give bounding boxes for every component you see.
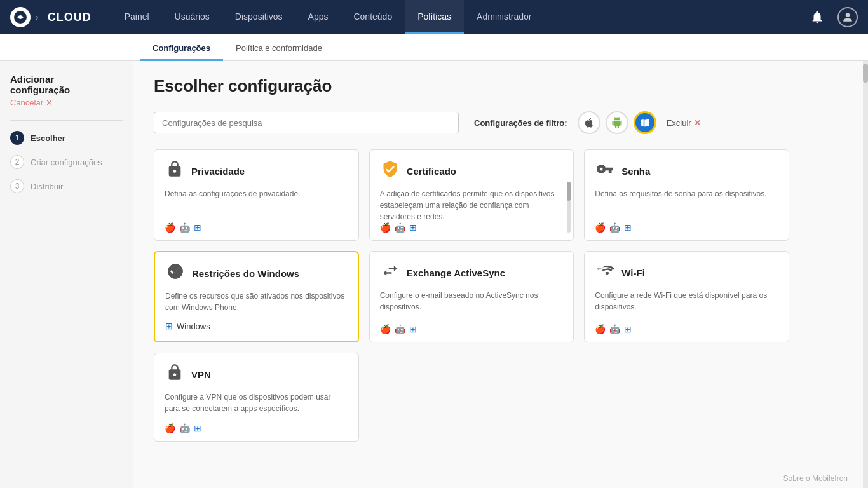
windows-label-row: ⊞ Windows xyxy=(165,321,348,331)
apple-platform-icon: 🍎 xyxy=(595,324,606,334)
wifi-desc: Configure a rede Wi-Fi que está disponív… xyxy=(595,290,778,313)
certificado-scroll xyxy=(567,182,571,233)
apple-platform-icon: 🍎 xyxy=(165,222,175,233)
notification-bell[interactable] xyxy=(807,7,827,27)
certificado-desc: A adição de certificados permite que os … xyxy=(380,188,564,222)
windows-platform-icon: ⊞ xyxy=(409,222,417,233)
nav-apps[interactable]: Apps xyxy=(295,0,341,34)
sidebar-title: Adicionar configuração xyxy=(10,74,123,95)
wifi-icon xyxy=(595,262,615,283)
main-navigation: Painel Usuários Dispositivos Apps Conteú… xyxy=(112,0,807,34)
vpn-platforms: 🍎 🤖 ⊞ xyxy=(165,423,201,433)
exchange-title: Exchange ActiveSync xyxy=(407,268,505,278)
card-certificado[interactable]: Certificado A adição de certificados per… xyxy=(369,149,574,241)
page-title: Escolher configuração xyxy=(154,76,843,96)
card-senha[interactable]: Senha Defina os requisitos de senha para… xyxy=(584,149,789,241)
step-1-number: 1 xyxy=(10,131,24,145)
user-avatar[interactable] xyxy=(837,7,858,27)
windows-platform-icon: ⊞ xyxy=(624,222,632,233)
senha-platforms: 🍎 🤖 ⊞ xyxy=(595,222,632,233)
wifi-platforms: 🍎 🤖 ⊞ xyxy=(595,324,632,334)
exclude-button[interactable]: Excluir ✕ xyxy=(667,118,701,128)
nav-politicas[interactable]: Políticas xyxy=(405,0,464,34)
exchange-desc: Configure o e-mail baseado no ActiveSync… xyxy=(380,290,564,313)
scrollbar-thumb[interactable] xyxy=(863,64,868,83)
about-mobileiron-link[interactable]: Sobre o MobileIron xyxy=(783,474,848,483)
restricoes-title: Restrições do Windows xyxy=(192,268,299,279)
vpn-title: VPN xyxy=(191,369,211,380)
card-privacidade-header: Privacidade xyxy=(165,160,348,182)
scrollbar-track[interactable] xyxy=(863,61,868,488)
senha-title: Senha xyxy=(621,166,650,177)
card-wifi[interactable]: Wi-Fi Configure a rede Wi-Fi que está di… xyxy=(584,251,789,342)
android-platform-icon: 🤖 xyxy=(395,222,405,233)
step-2-criar[interactable]: 2 Criar configurações xyxy=(10,155,123,169)
exchange-platforms: 🍎 🤖 ⊞ xyxy=(380,324,417,334)
card-privacidade[interactable]: Privacidade Defina as configurações de p… xyxy=(154,149,359,241)
apple-platform-icon: 🍎 xyxy=(165,423,175,433)
apple-platform-icon: 🍎 xyxy=(380,222,391,233)
android-platform-icon: 🤖 xyxy=(179,423,190,433)
card-wifi-header: Wi-Fi xyxy=(595,262,778,283)
cancel-x-icon: ✕ xyxy=(46,98,53,107)
windows-label-text: Windows xyxy=(177,322,210,331)
certificado-icon xyxy=(380,160,400,182)
windows-platform-icon: ⊞ xyxy=(409,324,417,334)
nav-conteudo[interactable]: Conteúdo xyxy=(341,0,405,34)
senha-desc: Defina os requisitos de senha para os di… xyxy=(595,188,778,200)
certificado-scroll-thumb xyxy=(567,182,571,201)
search-input[interactable] xyxy=(154,112,459,133)
windows-platform-icon: ⊞ xyxy=(194,222,201,233)
restricoes-desc: Define os recursos que são ativados nos … xyxy=(165,290,348,313)
vpn-desc: Configure a VPN que os dispositivos pode… xyxy=(165,391,348,414)
filter-windows-button[interactable] xyxy=(634,111,656,134)
nav-right-controls xyxy=(807,7,858,27)
card-exchange-header: Exchange ActiveSync xyxy=(380,262,564,283)
card-restricoes-header: Restrições do Windows xyxy=(165,262,348,284)
card-vpn[interactable]: VPN Configure a VPN que os dispositivos … xyxy=(154,353,359,442)
card-exchange[interactable]: Exchange ActiveSync Configure o e-mail b… xyxy=(369,251,574,342)
nav-painel[interactable]: Painel xyxy=(112,0,162,34)
cancel-button[interactable]: Cancelar ✕ xyxy=(10,98,123,107)
exclude-x-icon: ✕ xyxy=(694,118,701,128)
android-platform-icon: 🤖 xyxy=(609,222,620,233)
sub-nav-politica-conformidade[interactable]: Política e conformidade xyxy=(223,37,335,61)
step-1-escolher[interactable]: 1 Escolher xyxy=(10,131,123,145)
restricoes-icon xyxy=(165,262,186,284)
privacidade-title: Privacidade xyxy=(191,166,245,177)
windows-platform-icon: ⊞ xyxy=(624,324,632,334)
sidebar: Adicionar configuração Cancelar ✕ 1 Esco… xyxy=(0,61,133,488)
step-3-number: 3 xyxy=(10,179,24,193)
nav-administrador[interactable]: Administrador xyxy=(464,0,544,34)
main-content: Escolher configuração Configurações de f… xyxy=(133,61,863,488)
step-3-label: Distribuir xyxy=(31,182,63,191)
card-certificado-header: Certificado xyxy=(380,160,564,182)
step-3-distribuir[interactable]: 3 Distribuir xyxy=(10,179,123,193)
exclude-label: Excluir xyxy=(667,118,691,128)
filter-label: Configurações de filtro: xyxy=(474,118,567,128)
certificado-title: Certificado xyxy=(407,166,456,177)
svg-point-1 xyxy=(19,16,22,19)
user-circle xyxy=(837,7,858,27)
certificado-platforms: 🍎 🤖 ⊞ xyxy=(380,222,417,233)
privacidade-desc: Defina as configurações de privacidade. xyxy=(165,188,348,200)
windows-label-icon: ⊞ xyxy=(165,321,173,331)
filter-apple-button[interactable] xyxy=(578,111,600,134)
logo-circle xyxy=(10,7,31,27)
sub-nav-configuracoes[interactable]: Configurações xyxy=(140,37,223,61)
vpn-icon xyxy=(165,363,185,385)
nav-usuarios[interactable]: Usuários xyxy=(162,0,222,34)
sidebar-divider xyxy=(10,120,123,121)
filter-android-button[interactable] xyxy=(606,111,628,134)
step-1-label: Escolher xyxy=(31,133,65,143)
nav-arrow: › xyxy=(36,12,39,22)
cards-grid: Privacidade Defina as configurações de p… xyxy=(154,149,789,442)
main-layout: Adicionar configuração Cancelar ✕ 1 Esco… xyxy=(0,61,868,488)
card-restricoes-windows[interactable]: Restrições do Windows Define os recursos… xyxy=(154,251,359,342)
card-senha-header: Senha xyxy=(595,160,778,182)
nav-logo[interactable]: › CLOUD xyxy=(10,7,92,27)
nav-dispositivos[interactable]: Dispositivos xyxy=(222,0,295,34)
privacidade-platforms: 🍎 🤖 ⊞ xyxy=(165,222,201,233)
privacidade-icon xyxy=(165,160,185,182)
android-platform-icon: 🤖 xyxy=(179,222,190,233)
